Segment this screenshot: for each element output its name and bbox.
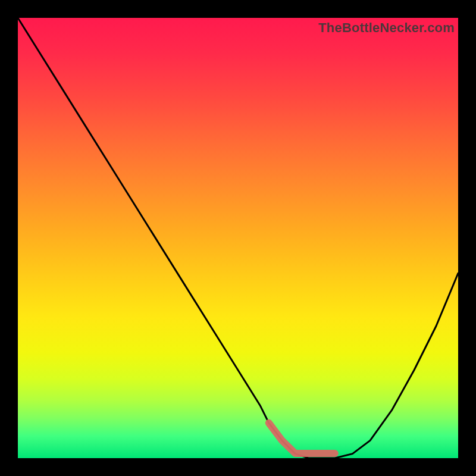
plot-area: TheBottleNecker.com [18,18,458,458]
curve-svg [18,18,458,458]
bottleneck-curve [18,18,458,458]
chart-frame: TheBottleNecker.com [18,18,458,458]
trough-highlight [269,423,335,453]
